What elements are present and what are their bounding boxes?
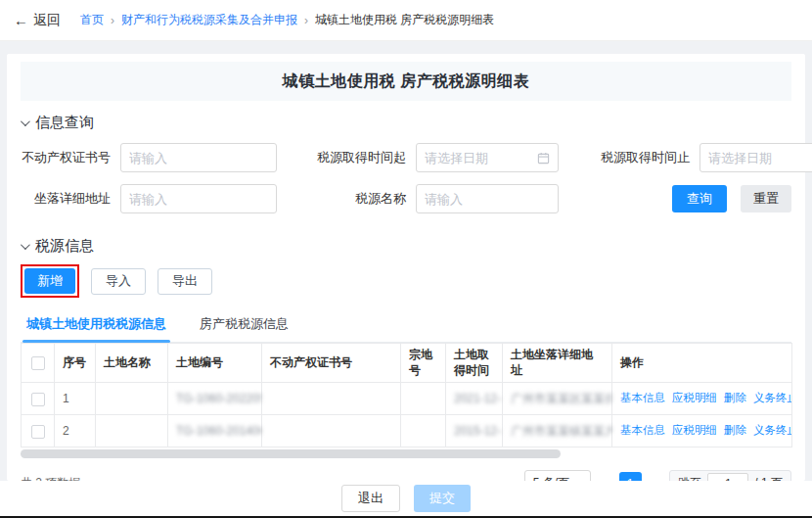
date-end-label: 税源取得时间止	[596, 149, 690, 166]
scrollbar-thumb[interactable]	[21, 449, 561, 458]
col-cert-no: 不动产权证书号	[262, 344, 401, 383]
source-section-title: 税源信息	[35, 237, 94, 256]
cell-parcel-no	[401, 415, 446, 447]
app-window: ← 返回 首页 › 财产和行为税税源采集及合并申报 › 城镇土地使用税 房产税税…	[0, 0, 812, 518]
chevron-down-icon	[576, 478, 584, 481]
row-checkbox[interactable]	[31, 425, 45, 439]
page-number-1[interactable]: 1	[619, 472, 642, 481]
breadcrumb-collection[interactable]: 财产和行为税税源采集及合并申报	[121, 12, 297, 28]
source-name-field: 税源名称	[312, 184, 559, 213]
back-label: 返回	[33, 12, 61, 29]
action-terminate[interactable]: 义务终止	[753, 392, 792, 403]
source-name-input[interactable]	[425, 192, 550, 207]
query-form-row-2: 坐落详细地址 税源名称 查询 重置	[21, 184, 791, 213]
chevron-down-icon	[21, 240, 30, 250]
cell-address-redacted: 广州市某某镇某某大道23号	[503, 415, 612, 447]
page-size-select[interactable]: 5 条/页	[524, 470, 591, 481]
action-delete[interactable]: 删除	[724, 392, 746, 403]
search-button[interactable]: 查询	[672, 185, 727, 212]
table-row: 2 TG-1060-2014060528… 2015-12-31 广州市某某镇某…	[22, 415, 792, 447]
exit-button[interactable]: 退出	[341, 485, 400, 512]
col-land-name: 土地名称	[96, 344, 168, 383]
date-start-input[interactable]	[425, 151, 533, 165]
export-button[interactable]: 导出	[158, 268, 212, 295]
horizontal-scrollbar[interactable]	[21, 449, 791, 458]
source-name-label: 税源名称	[312, 190, 406, 208]
cell-land-no-redacted: TG-1060-2014060528…	[168, 415, 262, 447]
page-jump-group: 跳至 / 1 页	[669, 470, 791, 481]
source-table: 序号 土地名称 土地编号 不动产权证书号 宗地号 土地取得时间 土地坐落详细地址…	[21, 343, 792, 447]
breadcrumb-current: 城镇土地使用税 房产税税源明细表	[315, 12, 494, 28]
content-card: 城镇土地使用税 房产税税源明细表 信息查询 不动产权证书号 税源取得时间起	[7, 54, 805, 481]
cell-actions: 基本信息应税明细删除义务终止信息对比i	[612, 415, 792, 447]
cell-land-name	[96, 383, 168, 415]
tab-house-tax-source[interactable]: 房产税税源信息	[200, 309, 289, 342]
col-land-no: 土地编号	[168, 344, 262, 383]
col-index: 序号	[55, 344, 96, 383]
cell-cert-no	[262, 415, 401, 447]
cell-land-no-redacted: TG-1060-2022052776…	[168, 383, 262, 415]
back-arrow-icon: ←	[14, 12, 28, 28]
query-section-title: 信息查询	[35, 114, 94, 132]
title-band: 城镇土地使用税 房产税税源明细表	[21, 62, 791, 101]
row-checkbox[interactable]	[31, 393, 45, 406]
jump-page-input[interactable]	[707, 473, 748, 481]
cell-actions: 基本信息应税明细删除义务终止信息对比i	[612, 383, 792, 415]
reset-button[interactable]: 重置	[741, 185, 791, 212]
cell-index: 2	[55, 415, 96, 447]
topbar: ← 返回 首页 › 财产和行为税税源采集及合并申报 › 城镇土地使用税 房产税税…	[0, 0, 812, 41]
cell-acquire-time-redacted: 2021-12-31	[446, 383, 503, 415]
cert-number-field: 不动产权证书号	[21, 143, 277, 172]
breadcrumb-separator: ›	[111, 14, 114, 27]
action-delete[interactable]: 删除	[724, 424, 746, 436]
cell-cert-no	[262, 383, 401, 415]
breadcrumb-home[interactable]: 首页	[80, 12, 104, 28]
cell-parcel-no	[401, 383, 446, 415]
col-parcel-no: 宗地号	[401, 344, 446, 383]
date-start-label: 税源取得时间起	[312, 149, 406, 166]
select-all-checkbox[interactable]	[31, 356, 45, 370]
query-section-header[interactable]: 信息查询	[21, 114, 791, 131]
submit-button[interactable]: 提交	[414, 485, 471, 512]
date-end-input[interactable]	[708, 151, 812, 165]
footer-action-bar: 退出 提交	[0, 481, 812, 516]
cell-land-name	[96, 415, 168, 447]
red-annotation-box: 新增	[21, 264, 79, 298]
page-title: 城镇土地使用税 房产税税源明细表	[283, 71, 529, 92]
cell-index: 1	[55, 383, 96, 415]
pagination-bar: 共 2 项数据 5 条/页 ‹ 1 › 跳至 / 1 页	[21, 470, 791, 481]
import-button[interactable]: 导入	[91, 268, 146, 295]
action-tax-detail[interactable]: 应税明细	[672, 424, 717, 436]
action-basic-info[interactable]: 基本信息	[620, 424, 665, 436]
source-toolbar: 新增 导入 导出	[21, 264, 791, 298]
query-form-row-1: 不动产权证书号 税源取得时间起 税源取得时间止	[21, 143, 791, 172]
breadcrumb-separator: ›	[304, 14, 308, 27]
calendar-icon[interactable]	[537, 152, 550, 165]
cell-address-redacted: 广州市某某区某某街道189号	[503, 383, 612, 415]
cert-number-label: 不动产权证书号	[21, 149, 111, 166]
address-input[interactable]	[129, 192, 268, 207]
tab-land-tax-source[interactable]: 城镇土地使用税税源信息	[26, 309, 166, 342]
page-body: 城镇土地使用税 房产税税源明细表 信息查询 不动产权证书号 税源取得时间起	[0, 41, 812, 481]
add-button[interactable]: 新增	[24, 268, 75, 294]
source-section-header[interactable]: 税源信息	[21, 237, 791, 255]
col-actions: 操作	[612, 344, 792, 383]
col-acquire-time: 土地取得时间	[446, 344, 503, 383]
col-address: 土地坐落详细地址	[503, 344, 612, 383]
date-start-field: 税源取得时间起	[312, 143, 559, 172]
action-basic-info[interactable]: 基本信息	[620, 392, 665, 403]
table-header-row: 序号 土地名称 土地编号 不动产权证书号 宗地号 土地取得时间 土地坐落详细地址…	[22, 344, 792, 383]
action-tax-detail[interactable]: 应税明细	[672, 392, 717, 403]
cert-number-input[interactable]	[129, 151, 268, 165]
cell-acquire-time-redacted: 2015-12-31	[446, 415, 503, 447]
address-label: 坐落详细地址	[21, 190, 111, 208]
breadcrumb: 首页 › 财产和行为税税源采集及合并申报 › 城镇土地使用税 房产税税源明细表	[80, 12, 494, 28]
address-field: 坐落详细地址	[21, 184, 277, 213]
action-terminate[interactable]: 义务终止	[753, 424, 792, 436]
table-row: 1 TG-1060-2022052776… 2021-12-31 广州市某某区某…	[22, 383, 792, 415]
date-end-field: 税源取得时间止	[596, 143, 812, 172]
source-tabs: 城镇土地使用税税源信息 房产税税源信息	[21, 309, 791, 343]
back-button[interactable]: ← 返回	[14, 12, 61, 29]
chevron-down-icon	[21, 117, 30, 126]
